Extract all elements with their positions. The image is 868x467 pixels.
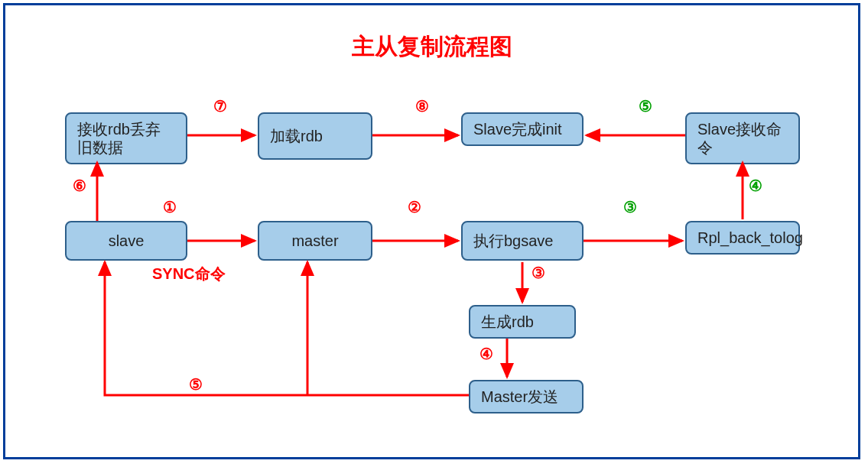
node-slave: slave xyxy=(65,221,187,261)
label-3a: ③ xyxy=(623,198,637,216)
label-5b: ⑤ xyxy=(189,375,203,394)
node-master-send: Master发送 xyxy=(469,380,584,413)
label-7: ⑦ xyxy=(213,97,227,115)
diagram-title: 主从复制流程图 xyxy=(5,31,858,63)
label-5a: ⑤ xyxy=(639,97,652,115)
node-rpl-back: Rpl_back_tolog xyxy=(685,221,800,255)
label-2: ② xyxy=(408,198,421,216)
node-slave-init: Slave完成init xyxy=(461,112,584,146)
label-4b: ④ xyxy=(480,345,493,363)
label-8: ⑧ xyxy=(415,97,429,115)
node-bgsave: 执行bgsave xyxy=(461,221,584,261)
label-3b: ③ xyxy=(532,264,545,282)
node-load-rdb: 加载rdb xyxy=(258,112,372,160)
node-master: master xyxy=(258,221,372,261)
label-6: ⑥ xyxy=(73,177,86,195)
label-sync: SYNC命令 xyxy=(152,264,226,284)
label-4a: ④ xyxy=(749,177,762,195)
node-gen-rdb: 生成rdb xyxy=(469,305,576,339)
node-recv-rdb: 接收rdb丢弃旧数据 xyxy=(65,112,187,164)
diagram-frame: 主从复制流程图 接收rdb丢弃旧数据 加载rdb Slave完成init Sla… xyxy=(3,3,860,459)
node-slave-recv-cmd: Slave接收命令 xyxy=(685,112,800,164)
label-1: ① xyxy=(163,198,177,216)
